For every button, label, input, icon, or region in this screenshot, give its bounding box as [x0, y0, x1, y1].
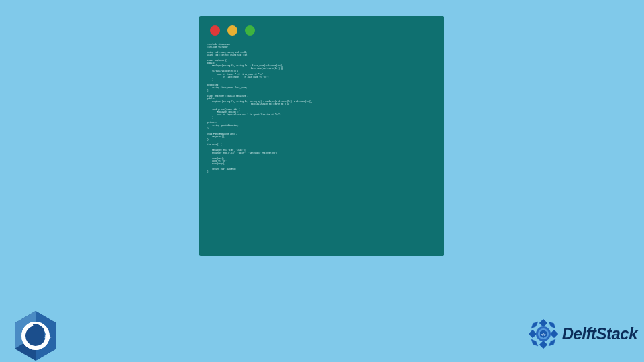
svg-marker-10 [549, 322, 555, 328]
svg-marker-7 [539, 341, 547, 349]
delftstack-logo: </> DelftStack [527, 318, 637, 350]
close-icon [210, 25, 220, 36]
svg-marker-11 [549, 339, 555, 346]
svg-marker-8 [529, 330, 537, 338]
maximize-icon [245, 25, 255, 36]
code-window: #include <iostream> #include <string> us… [199, 16, 444, 256]
svg-marker-12 [531, 339, 538, 346]
svg-text:</>: </> [541, 333, 545, 337]
svg-marker-9 [550, 330, 558, 338]
svg-marker-13 [531, 322, 538, 328]
svg-text:++: ++ [44, 333, 52, 341]
traffic-lights [199, 16, 444, 41]
delftstack-label: DelftStack [562, 324, 637, 343]
svg-marker-6 [539, 319, 547, 327]
minimize-icon [227, 25, 237, 36]
delftstack-seal-icon: </> [527, 318, 559, 350]
code-content: #include <iostream> #include <string> us… [199, 41, 444, 179]
cpp-logo-icon: ++ [12, 310, 59, 362]
